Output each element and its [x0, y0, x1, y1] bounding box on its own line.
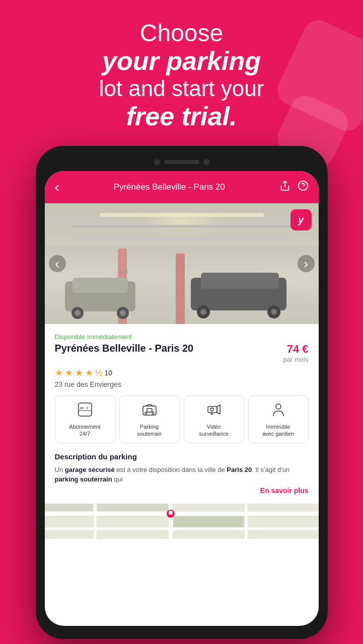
feature-guardian-icon [252, 402, 305, 420]
help-icon[interactable] [298, 180, 309, 194]
svg-text:24: 24 [80, 407, 84, 410]
app-header: ‹ Pyrénées Belleville - Paris 20 [45, 171, 319, 203]
svg-point-46 [169, 511, 173, 515]
phone-top-bar [45, 155, 319, 169]
phone-sensor [203, 159, 209, 165]
star-3: ★ [75, 367, 83, 378]
feature-underground-label: Parkingsouterrain [123, 423, 176, 438]
parking-name: Pyrénées Belleville - Paris 20 [55, 343, 283, 354]
svg-text:/: / [85, 407, 86, 410]
parking-address: 23 rue des Envierges [55, 380, 309, 388]
read-more-link[interactable]: En savoir plus [55, 487, 309, 495]
description-title: Description du parking [55, 452, 309, 461]
price-period: par mois [283, 356, 309, 363]
phone-body: ‹ Pyrénées Belleville - Paris 20 [36, 146, 328, 639]
svg-rect-43 [98, 504, 168, 511]
prev-image-button[interactable]: ‹ [49, 255, 66, 272]
header-icon-group [279, 180, 309, 194]
availability-status: Disponible immédiatement [55, 333, 309, 341]
feature-guardian-label: Immeubleavec gardien [252, 423, 305, 438]
next-image-button[interactable]: › [298, 255, 315, 272]
header-line1: Choose [30, 20, 333, 47]
svg-marker-31 [217, 405, 220, 414]
map-svg [45, 504, 319, 539]
svg-rect-15 [201, 273, 279, 289]
svg-point-19 [271, 309, 277, 315]
parking-details: Disponible immédiatement Pyrénées Bellev… [45, 324, 319, 504]
svg-rect-6 [176, 254, 185, 324]
phone-mockup: ‹ Pyrénées Belleville - Paris 20 [36, 146, 328, 639]
features-grid: 24 / 7 Abonnement24/7 [55, 395, 309, 443]
phone-camera [154, 159, 160, 165]
header-line2: your parking [30, 47, 333, 75]
feature-247-icon: 24 / 7 [58, 402, 112, 420]
star-2: ★ [65, 367, 73, 378]
name-price-row: Pyrénées Belleville - Paris 20 74 € par … [55, 343, 309, 363]
parking-interior-svg: 175 [45, 203, 319, 324]
svg-rect-30 [208, 407, 217, 413]
svg-point-32 [210, 408, 213, 411]
header-section: Choose your parking lot and start your f… [0, 0, 363, 146]
parking-photo-bg: 175 [45, 203, 319, 324]
price-amount: 74 € [283, 343, 309, 356]
svg-rect-21 [79, 403, 92, 416]
feature-cctv-label: Vidéosurveillance [187, 423, 241, 438]
feature-247: 24 / 7 Abonnement24/7 [55, 395, 115, 443]
svg-point-13 [120, 310, 126, 316]
feature-underground-icon [123, 402, 176, 420]
share-icon[interactable] [279, 180, 291, 194]
svg-text:7: 7 [87, 407, 89, 410]
star-half: ½ [95, 368, 103, 378]
svg-point-35 [276, 404, 281, 409]
rating-row: ★ ★ ★ ★ ½ 10 [55, 367, 309, 378]
svg-rect-20 [45, 203, 319, 246]
header-line3: lot and start your [30, 75, 333, 102]
feature-cctv: Vidéosurveillance [184, 395, 244, 443]
feature-247-label: Abonnement24/7 [58, 423, 112, 438]
star-4: ★ [85, 367, 93, 378]
feature-cctv-icon [187, 402, 241, 420]
feature-guardian: Immeubleavec gardien [248, 395, 309, 443]
review-count: 10 [105, 369, 113, 377]
header-line4: free trial. [30, 102, 333, 131]
svg-text:175: 175 [120, 269, 128, 275]
svg-rect-27 [147, 409, 152, 412]
svg-point-17 [200, 309, 206, 315]
parking-photo: 175 [45, 203, 319, 324]
svg-rect-9 [72, 278, 128, 293]
description-text: Un garage sécurisé est à votre dispositi… [55, 465, 309, 485]
svg-rect-44 [173, 516, 244, 527]
svg-point-11 [75, 310, 81, 316]
back-button[interactable]: ‹ [55, 179, 59, 195]
star-1: ★ [55, 367, 63, 378]
svg-point-28 [145, 412, 147, 414]
price-block: 74 € par mois [283, 343, 309, 363]
feature-underground: Parkingsouterrain [119, 395, 180, 443]
app-screen-title: Pyrénées Belleville - Paris 20 [59, 182, 279, 192]
svg-rect-42 [45, 504, 93, 511]
map-preview[interactable] [45, 504, 319, 539]
svg-point-29 [152, 412, 154, 414]
app-logo-badge: y [291, 209, 312, 230]
phone-speaker [164, 160, 199, 164]
phone-screen: ‹ Pyrénées Belleville - Paris 20 [45, 171, 319, 626]
